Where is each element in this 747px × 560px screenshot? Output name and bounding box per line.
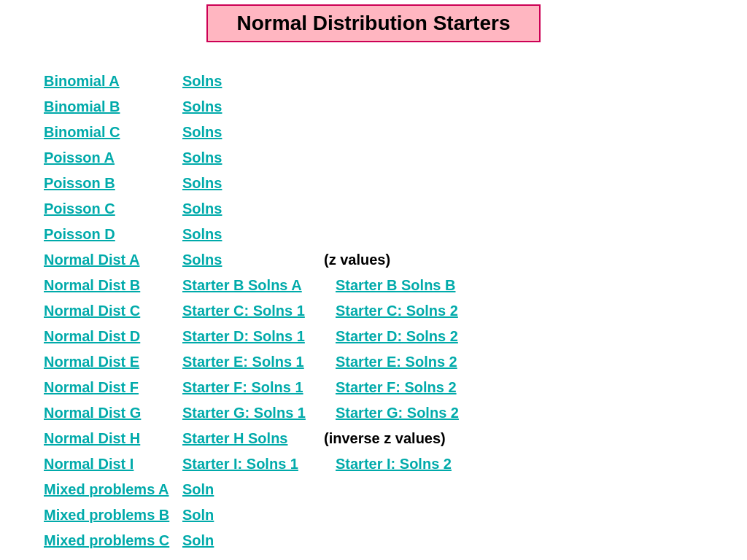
list-item: Poisson DSolns bbox=[44, 222, 703, 247]
list-item: Normal Dist HStarter H Solns(inverse z v… bbox=[44, 426, 703, 451]
link-col2-4[interactable]: Solns bbox=[182, 171, 321, 196]
link-col2-12[interactable]: Starter F: Solns 1 bbox=[182, 375, 321, 400]
link-col1-2[interactable]: Binomial C bbox=[44, 120, 182, 145]
link-col1-17[interactable]: Mixed problems B bbox=[44, 502, 182, 528]
link-col3-11[interactable]: Starter E: Solns 2 bbox=[336, 349, 457, 375]
link-col3-13[interactable]: Starter G: Solns 2 bbox=[336, 400, 459, 426]
list-item: Normal Dist EStarter E: Solns 1Starter E… bbox=[44, 349, 703, 375]
page-title: Normal Distribution Starters bbox=[206, 4, 541, 42]
link-col1-8[interactable]: Normal Dist B bbox=[44, 273, 182, 298]
link-col2-11[interactable]: Starter E: Solns 1 bbox=[182, 349, 321, 375]
list-item: Binomial BSolns bbox=[44, 94, 703, 120]
link-col3-10[interactable]: Starter D: Solns 2 bbox=[336, 324, 458, 349]
list-item: Normal Dist CStarter C: Solns 1Starter C… bbox=[44, 298, 703, 324]
link-col2-6[interactable]: Solns bbox=[182, 222, 321, 247]
link-col2-7[interactable]: Solns bbox=[182, 247, 321, 273]
link-col1-11[interactable]: Normal Dist E bbox=[44, 349, 182, 375]
link-col1-0[interactable]: Binomial A bbox=[44, 69, 182, 94]
link-col2-13[interactable]: Starter G: Solns 1 bbox=[182, 400, 321, 426]
link-col1-1[interactable]: Binomial B bbox=[44, 94, 182, 120]
link-col1-3[interactable]: Poisson A bbox=[44, 145, 182, 171]
content: Binomial ASolnsBinomial BSolnsBinomial C… bbox=[0, 47, 747, 560]
link-col2-10[interactable]: Starter D: Solns 1 bbox=[182, 324, 321, 349]
list-item: Mixed problems CSoln bbox=[44, 528, 703, 553]
link-col1-4[interactable]: Poisson B bbox=[44, 171, 182, 196]
list-item: Binomial ASolns bbox=[44, 69, 703, 94]
link-col2-3[interactable]: Solns bbox=[182, 145, 321, 171]
link-col2-5[interactable]: Solns bbox=[182, 196, 321, 222]
link-col1-7[interactable]: Normal Dist A bbox=[44, 247, 182, 273]
list-item: Normal Dist GStarter G: Solns 1Starter G… bbox=[44, 400, 703, 426]
list-item: Normal Dist DStarter D: Solns 1Starter D… bbox=[44, 324, 703, 349]
link-col2-15[interactable]: Starter I: Solns 1 bbox=[182, 451, 321, 477]
link-col1-13[interactable]: Normal Dist G bbox=[44, 400, 182, 426]
link-col3-8[interactable]: Starter B Solns B bbox=[336, 273, 455, 298]
list-item: Poisson CSolns bbox=[44, 196, 703, 222]
list-item: Normal Dist IStarter I: Solns 1Starter I… bbox=[44, 451, 703, 477]
list-item: Mixed problems ASoln bbox=[44, 477, 703, 502]
link-col1-12[interactable]: Normal Dist F bbox=[44, 375, 182, 400]
link-col2-9[interactable]: Starter C: Solns 1 bbox=[182, 298, 321, 324]
link-col2-18[interactable]: Soln bbox=[182, 528, 321, 553]
link-col1-9[interactable]: Normal Dist C bbox=[44, 298, 182, 324]
link-col2-8[interactable]: Starter B Solns A bbox=[182, 273, 321, 298]
link-col2-17[interactable]: Soln bbox=[182, 502, 321, 528]
list-item: Mixed problems BSoln bbox=[44, 502, 703, 528]
link-col3-9[interactable]: Starter C: Solns 2 bbox=[336, 298, 458, 324]
link-col1-14[interactable]: Normal Dist H bbox=[44, 426, 182, 451]
link-col2-2[interactable]: Solns bbox=[182, 120, 321, 145]
link-col3-15[interactable]: Starter I: Solns 2 bbox=[336, 451, 452, 477]
static-text-14: (inverse z values) bbox=[324, 426, 446, 451]
link-col1-18[interactable]: Mixed problems C bbox=[44, 528, 182, 553]
link-col1-16[interactable]: Mixed problems A bbox=[44, 477, 182, 502]
header-container: Normal Distribution Starters bbox=[0, 0, 747, 47]
link-col2-1[interactable]: Solns bbox=[182, 94, 321, 120]
list-item: Normal Dist BStarter B Solns AStarter B … bbox=[44, 273, 703, 298]
link-col2-16[interactable]: Soln bbox=[182, 477, 321, 502]
list-item: Poisson ASolns bbox=[44, 145, 703, 171]
static-text-7: (z values) bbox=[324, 247, 390, 273]
link-col2-14[interactable]: Starter H Solns bbox=[182, 426, 321, 451]
list-item: Poisson BSolns bbox=[44, 171, 703, 196]
link-col1-15[interactable]: Normal Dist I bbox=[44, 451, 182, 477]
link-col1-6[interactable]: Poisson D bbox=[44, 222, 182, 247]
link-col1-5[interactable]: Poisson C bbox=[44, 196, 182, 222]
link-col2-0[interactable]: Solns bbox=[182, 69, 321, 94]
list-item: Normal Dist ASolns(z values) bbox=[44, 247, 703, 273]
link-col3-12[interactable]: Starter F: Solns 2 bbox=[336, 375, 457, 400]
link-col1-10[interactable]: Normal Dist D bbox=[44, 324, 182, 349]
list-item: Binomial CSolns bbox=[44, 120, 703, 145]
list-item: Normal Dist FStarter F: Solns 1Starter F… bbox=[44, 375, 703, 400]
